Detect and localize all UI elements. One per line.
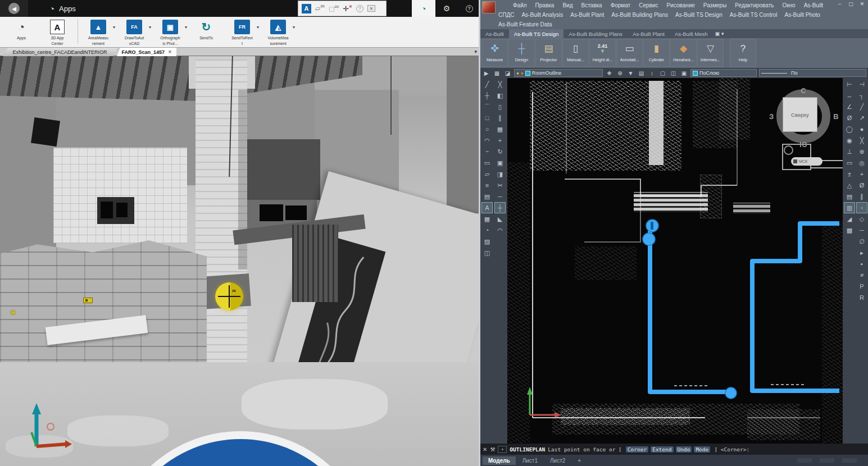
modify-tool-icon[interactable]: ┼ <box>494 202 506 213</box>
isolate-layer-icon[interactable]: ◫ <box>669 70 678 76</box>
menu-item[interactable]: As-Built Photo <box>785 12 820 18</box>
menu-item[interactable]: Редактировать <box>735 2 774 8</box>
point-cloud-viewer[interactable]: ✳ 29 <box>0 56 480 466</box>
viewcube-top-face[interactable]: Сверху <box>783 97 817 132</box>
apps-home-button[interactable]: ◔ <box>412 0 435 17</box>
dimension-tool-icon[interactable]: ▪ <box>856 258 867 269</box>
draw-tool-icon[interactable]: ▱ <box>481 168 493 180</box>
pan-icon[interactable]: ❖ <box>605 70 613 76</box>
layer-dropdown[interactable]: ● ● RoomOutline <box>514 69 603 77</box>
viewcube-south[interactable]: Ю <box>799 140 807 149</box>
dimension-tool-icon[interactable]: ∥ <box>856 191 867 202</box>
close-command-icon[interactable]: ✕ <box>483 446 487 453</box>
menu-item[interactable]: As-Built Analysis <box>521 12 563 18</box>
close-button[interactable]: ✕ <box>858 1 866 7</box>
dimension-tool-icon[interactable]: ≠ <box>856 269 867 281</box>
toolbar-item-3d-app-center[interactable]: A 3D App Center <box>39 19 75 46</box>
draw-tool-icon[interactable]: ▦ <box>481 213 493 225</box>
ribbon-tab-mesh[interactable]: As-Built Mesh <box>670 29 713 38</box>
dimension-tool-icon[interactable]: + <box>856 168 867 180</box>
asbuilt-tool-icon[interactable]: ▭ <box>844 157 855 168</box>
menu-item[interactable]: Вид <box>562 2 572 8</box>
tab-exhibition-centre[interactable]: Exhibition_centre_FACADEandINTERIOR <box>2 48 117 56</box>
dimension-tool-icon[interactable]: ⊕ <box>856 146 867 157</box>
draw-tool-icon[interactable]: ▨ <box>481 236 493 247</box>
toolbar-item-send-to-revit[interactable]: FR SendToRevi t ▾ <box>224 19 260 46</box>
minimize-button[interactable]: – <box>836 1 843 7</box>
dimension-tool-icon[interactable]: ● <box>856 124 867 135</box>
ucs-indicator[interactable]: МСК <box>791 157 822 166</box>
ribbon-button-help[interactable]: ? Help <box>730 39 756 67</box>
ribbon-button-design[interactable]: ┼ Design <box>508 39 535 67</box>
draw-tool-icon[interactable]: A <box>481 202 493 213</box>
menu-item[interactable]: As-Built Plant <box>570 12 604 18</box>
dimension-tool-icon[interactable]: ╱ <box>856 101 867 112</box>
asbuilt-tool-icon[interactable]: ▥ <box>844 202 855 213</box>
menu-item[interactable]: Окно <box>782 2 795 8</box>
tab-model[interactable]: Модель <box>483 456 516 465</box>
menu-item[interactable]: As-Built TS Control <box>730 12 778 18</box>
asbuilt-tool-icon[interactable]: ▩ <box>844 225 855 236</box>
menu-item[interactable]: Размеры <box>703 2 727 8</box>
asbuilt-tool-icon[interactable]: ◯ <box>844 124 855 135</box>
menu-item[interactable]: Сервис <box>639 2 658 8</box>
draw-tool-icon[interactable]: ▭ <box>481 157 493 168</box>
help-circle-icon[interactable]: ? <box>356 5 363 12</box>
modify-tool-icon[interactable]: ↻ <box>494 146 506 157</box>
dimension-tool-icon[interactable]: ▫ <box>856 202 867 213</box>
toolbar-item-area-measurement[interactable]: ▲ AreaMeasu rement ▾ <box>80 19 116 46</box>
delete-point-button[interactable]: ✛✕ <box>343 4 352 13</box>
ribbon-button-annotation[interactable]: ▭ Annotati... <box>616 39 643 67</box>
draw-tool-icon[interactable]: □ <box>481 112 493 124</box>
dimension-tool-icon[interactable]: ∅ <box>856 236 867 247</box>
dimension-tool-icon[interactable]: ◇ <box>856 213 867 225</box>
customize-wrench-icon[interactable]: ⚒ <box>490 446 495 453</box>
tab-list-dropdown-icon[interactable]: ▾ <box>474 49 477 54</box>
autocad-app-icon[interactable]: A <box>302 4 311 13</box>
menu-item[interactable]: As-Built Feature Data <box>498 21 552 28</box>
recent-commands-icon[interactable]: ▾ <box>498 446 507 453</box>
draw-tool-icon[interactable]: ◔ <box>481 225 493 236</box>
asbuilt-tool-icon[interactable]: ◢ <box>844 213 855 225</box>
modify-tool-icon[interactable]: ─ <box>494 191 506 202</box>
calculator-icon[interactable]: ▦ <box>493 70 501 76</box>
viewcube-west[interactable]: З <box>769 112 774 121</box>
draw-tool-icon[interactable]: ≡ <box>481 180 493 191</box>
asbuilt-tool-icon[interactable]: ▤ <box>844 191 855 202</box>
ribbon-button-intermeshing[interactable]: ▽ Intermes... <box>697 39 724 67</box>
toolbar-item-draw-to-autocad[interactable]: FA DrawToAut oCAD ▾ <box>116 19 152 46</box>
asbuilt-tool-icon[interactable]: Ø <box>844 112 855 124</box>
dimension-tool-icon[interactable]: R <box>856 292 867 303</box>
menu-item[interactable]: As-Built <box>804 2 823 8</box>
restore-button[interactable]: ▢ <box>847 1 855 7</box>
dimension-tool-icon[interactable]: ↗ <box>856 112 867 124</box>
tab-layout2[interactable]: Лист2 <box>544 456 571 465</box>
acad-drawing-canvas[interactable]: Сверху С З В Ю МСК <box>507 78 843 444</box>
asbuilt-tool-icon[interactable]: ⊢ <box>844 79 855 90</box>
draw-tool-icon[interactable]: ◫ <box>481 247 493 258</box>
dimension-tool-icon[interactable]: ╳ <box>856 135 867 146</box>
dimension-tool-icon[interactable]: ◎ <box>856 157 867 168</box>
dimension-tool-icon[interactable]: Ø <box>856 180 867 191</box>
color-dropdown[interactable]: ПоСлою <box>690 69 757 77</box>
toolbar-item-orthographic-photo[interactable]: ▣ Orthograph ic Phot... ▾ <box>152 19 188 46</box>
draw-tool-icon[interactable]: ○ <box>481 124 493 135</box>
command-option[interactable]: Mode <box>694 446 710 453</box>
ribbon-tab-as-built[interactable]: As-Built <box>480 29 509 38</box>
ribbon-button-hexahedron[interactable]: ◆ Hexahed... <box>670 39 697 67</box>
ribbon-button-cylinder[interactable]: ▮ Cylinder <box>643 39 670 67</box>
ribbon-extra-controls[interactable]: ▣ ▾ <box>715 31 724 36</box>
new-layout-button[interactable]: + <box>572 456 587 465</box>
modify-tool-icon[interactable]: ◠ <box>494 225 506 236</box>
menu-item[interactable]: Вставка <box>581 2 602 8</box>
make-layer-current-icon[interactable]: ▤ <box>637 70 646 76</box>
toolbar-item-sendto[interactable]: ↻ SendTo <box>188 19 224 42</box>
layer-previous-icon[interactable]: ↕ <box>648 70 656 76</box>
close-tab-icon[interactable]: ✕ <box>168 49 172 54</box>
select-arrow-icon[interactable]: ▶ <box>482 70 490 76</box>
layer-walk-icon[interactable]: ▣ <box>680 70 688 76</box>
viewcube-home-icon[interactable] <box>784 145 793 155</box>
tab-faro-scan-1457[interactable]: FARO_Scan_1457 ✕ <box>117 48 176 56</box>
modify-tool-icon[interactable]: ▦ <box>494 124 506 135</box>
toolbar-item-volume-measurement[interactable]: ◭ VolumeMea surement ▾ <box>260 19 296 46</box>
